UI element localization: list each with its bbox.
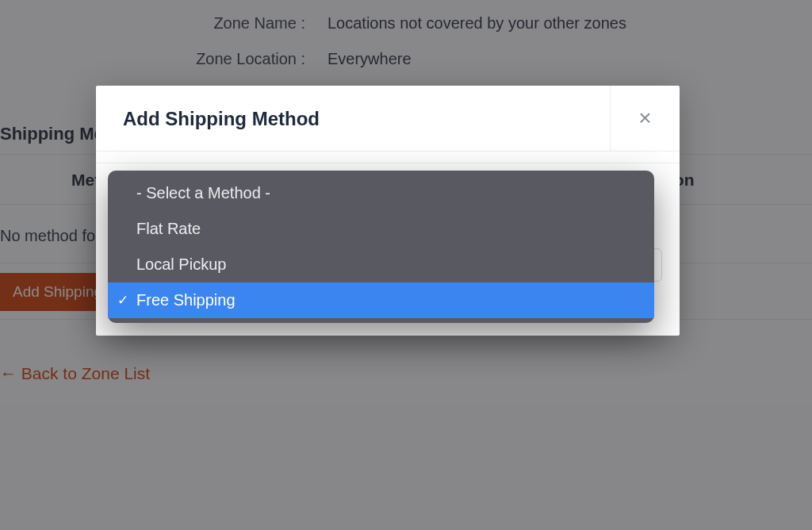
dropdown-option-flat-rate[interactable]: Flat Rate	[108, 211, 654, 247]
modal-title: Add Shipping Method	[96, 86, 347, 151]
modal-header: Add Shipping Method ×	[96, 86, 680, 152]
dropdown-option-label: Free Shipping	[136, 291, 236, 309]
dropdown-option-free-shipping[interactable]: ✓ Free Shipping	[108, 282, 654, 318]
dropdown-option-placeholder[interactable]: - Select a Method -	[108, 175, 654, 211]
modal-divider	[96, 163, 680, 163]
dropdown-option-local-pickup[interactable]: Local Pickup	[108, 247, 654, 282]
dropdown-option-label: Flat Rate	[136, 220, 201, 237]
dropdown-option-label: - Select a Method -	[136, 184, 270, 202]
close-icon: ×	[638, 107, 651, 129]
method-dropdown-list: - Select a Method - Flat Rate Local Pick…	[108, 171, 654, 323]
modal-body: - Select a Method - Flat Rate Local Pick…	[96, 152, 680, 266]
dropdown-option-label: Local Pickup	[136, 255, 226, 273]
modal-close-button[interactable]: ×	[610, 86, 680, 151]
add-shipping-method-modal: Add Shipping Method × - Select a Method …	[96, 86, 680, 336]
checkmark-icon: ✓	[117, 289, 128, 311]
